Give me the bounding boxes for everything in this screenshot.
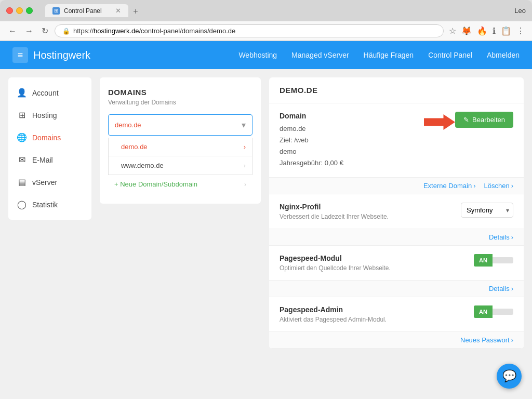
pagespeed-desc: Optimiert den Quellcode Ihrer Webseite. bbox=[280, 264, 474, 272]
domain-actions: ✎ Bearbeiten bbox=[455, 112, 513, 128]
domain-item-www[interactable]: www.demo.de › bbox=[109, 156, 252, 175]
sidebar-item-vserver[interactable]: ▤ vServer bbox=[8, 171, 91, 193]
extension-icon4[interactable]: 📋 bbox=[500, 25, 512, 37]
sidebar-item-statistik[interactable]: ◯ Statistik bbox=[8, 193, 91, 216]
new-domain-label: + Neue Domain/Subdomain bbox=[114, 180, 197, 188]
domains-panel: DOMAINS Verwaltung der Domains demo.de ▾… bbox=[100, 77, 261, 204]
svg-marker-0 bbox=[424, 114, 455, 130]
pagespeed-details-label: Details bbox=[489, 285, 510, 292]
detail-panel-title: DEMO.DE bbox=[280, 86, 513, 95]
pagespeed-admin-toggle-off[interactable] bbox=[493, 309, 513, 315]
address-bar: ← → ↻ 🔒 https://hostingwerk.de/control-p… bbox=[0, 21, 532, 41]
dropdown-icon: ▾ bbox=[242, 120, 246, 130]
nginx-desc: Verbessert die Ladezeit Ihrer Webseite. bbox=[280, 213, 461, 220]
toolbar-icons: ☆ 🦊 🔥 ℹ 📋 ⋮ bbox=[448, 25, 526, 37]
chat-icon: 💬 bbox=[502, 369, 516, 383]
extension-icon1[interactable]: 🦊 bbox=[460, 25, 473, 37]
detail-panel-header: DEMO.DE bbox=[269, 77, 524, 103]
bookmark-icon[interactable]: ☆ bbox=[448, 25, 457, 37]
refresh-button[interactable]: ↻ bbox=[39, 25, 50, 37]
pagespeed-section: Pagespeed-Modul Optimiert den Quellcode … bbox=[269, 246, 524, 281]
minimize-button[interactable] bbox=[16, 7, 23, 14]
subdomain-arrow-active: › bbox=[244, 143, 246, 151]
edit-button[interactable]: ✎ Bearbeiten bbox=[455, 112, 513, 128]
extension-icon3[interactable]: ℹ bbox=[491, 25, 497, 37]
nav-webhosting[interactable]: Webhosting bbox=[238, 51, 277, 59]
domain-name-www: www.demo.de bbox=[121, 162, 164, 169]
pagespeed-admin-info: Pagespeed-Admin Aktiviert das Pagespeed … bbox=[280, 305, 474, 323]
edit-button-label: Bearbeiten bbox=[472, 116, 505, 124]
neues-passwort-link[interactable]: Neues Passwort › bbox=[460, 336, 513, 344]
url-text: https://hostingwerk.de/control-panel/dom… bbox=[73, 27, 235, 35]
domain-info-ziel: Ziel: /web bbox=[280, 135, 424, 146]
nav-control-panel[interactable]: Control Panel bbox=[428, 51, 472, 59]
app-logo: Hostingwerk bbox=[12, 47, 90, 63]
sidebar-item-email[interactable]: ✉ E-Mail bbox=[8, 149, 91, 171]
traffic-lights bbox=[6, 7, 33, 14]
sidebar-label-statistik: Statistik bbox=[32, 201, 58, 209]
arrow-container bbox=[424, 112, 455, 132]
nginx-section: Nginx-Profil Verbessert die Ladezeit Ihr… bbox=[269, 194, 524, 229]
close-button[interactable] bbox=[6, 7, 13, 14]
maximize-button[interactable] bbox=[26, 7, 33, 14]
extension-icon2[interactable]: 🔥 bbox=[476, 25, 488, 37]
domain-info-demo: demo bbox=[280, 146, 424, 157]
nginx-details-link[interactable]: Details › bbox=[489, 233, 513, 241]
tab-bar: Control Panel ✕ + bbox=[45, 4, 480, 17]
active-tab[interactable]: Control Panel ✕ bbox=[45, 4, 128, 17]
pagespeed-admin-setting-row: Pagespeed-Admin Aktiviert das Pagespeed … bbox=[280, 305, 513, 323]
pagespeed-setting-row: Pagespeed-Modul Optimiert den Quellcode … bbox=[280, 254, 513, 272]
pagespeed-footer: Details › bbox=[269, 281, 524, 297]
new-tab-button[interactable]: + bbox=[128, 6, 143, 17]
loeschen-link[interactable]: Löschen › bbox=[484, 182, 514, 190]
nav-haeufige-fragen[interactable]: Häufige Fragen bbox=[364, 51, 414, 59]
externe-domain-link[interactable]: Externe Domain › bbox=[423, 182, 476, 190]
pagespeed-title: Pagespeed-Modul bbox=[280, 254, 474, 262]
pagespeed-admin-control: AN bbox=[474, 305, 513, 318]
url-bar[interactable]: 🔒 https://hostingwerk.de/control-panel/d… bbox=[55, 24, 444, 37]
loeschen-label: Löschen bbox=[484, 182, 510, 190]
tab-close-button[interactable]: ✕ bbox=[115, 7, 121, 15]
nginx-footer: Details › bbox=[269, 229, 524, 246]
pagespeed-toggle-on[interactable]: AN bbox=[474, 254, 493, 267]
externe-domain-label: Externe Domain bbox=[423, 182, 472, 190]
domain-info-jahresgebuehr: Jahresgebühr: 0,00 € bbox=[280, 157, 424, 169]
domain-item-demo[interactable]: demo.de ▾ bbox=[108, 114, 252, 136]
nav-managed-vserver[interactable]: Managed vServer bbox=[291, 51, 349, 59]
pagespeed-admin-toggle: AN bbox=[474, 305, 513, 318]
chat-bubble[interactable]: 💬 bbox=[497, 364, 522, 389]
pointer-arrow-icon bbox=[424, 112, 455, 132]
url-domain: hostingwerk.de bbox=[94, 27, 139, 35]
pagespeed-toggle: AN bbox=[474, 254, 513, 267]
new-domain-item[interactable]: + Neue Domain/Subdomain › bbox=[108, 175, 252, 193]
email-icon: ✉ bbox=[17, 155, 27, 165]
domain-info: Domain demo.de Ziel: /web demo Jahresgeb… bbox=[280, 112, 424, 169]
detail-panel: DEMO.DE Domain demo.de Ziel: /web demo J… bbox=[269, 77, 524, 349]
sidebar-item-account[interactable]: 👤 Account bbox=[8, 82, 91, 104]
domains-icon: 🌐 bbox=[17, 132, 27, 142]
forward-button[interactable]: → bbox=[23, 25, 35, 37]
subdomain-item-demo[interactable]: demo.de › bbox=[109, 138, 252, 156]
pagespeed-info: Pagespeed-Modul Optimiert den Quellcode … bbox=[280, 254, 474, 272]
pagespeed-control: AN bbox=[474, 254, 513, 267]
pagespeed-admin-toggle-on[interactable]: AN bbox=[474, 305, 493, 318]
main-nav: Webhosting Managed vServer Häufige Frage… bbox=[238, 51, 520, 59]
nginx-info: Nginx-Profil Verbessert die Ladezeit Ihr… bbox=[280, 203, 461, 220]
sidebar-item-hosting[interactable]: ⊞ Hosting bbox=[8, 104, 91, 126]
nginx-select-wrapper: Symfony Standard WordPress Magento bbox=[461, 203, 513, 218]
pagespeed-details-link[interactable]: Details › bbox=[489, 285, 513, 292]
account-icon: 👤 bbox=[17, 88, 27, 98]
pagespeed-toggle-off[interactable] bbox=[493, 257, 513, 263]
nginx-select[interactable]: Symfony Standard WordPress Magento bbox=[461, 203, 513, 218]
domain-info-domain: demo.de bbox=[280, 123, 424, 135]
nav-abmelden[interactable]: Abmelden bbox=[487, 51, 520, 59]
sidebar-label-hosting: Hosting bbox=[32, 111, 57, 119]
pagespeed-admin-title: Pagespeed-Admin bbox=[280, 305, 474, 314]
tab-title: Control Panel bbox=[64, 7, 102, 15]
menu-icon[interactable]: ⋮ bbox=[515, 25, 526, 37]
lock-icon: 🔒 bbox=[62, 28, 70, 35]
neues-passwort-label: Neues Passwort bbox=[460, 336, 510, 344]
sidebar-item-domains[interactable]: 🌐 Domains bbox=[8, 126, 91, 149]
logo-icon bbox=[12, 47, 28, 63]
back-button[interactable]: ← bbox=[6, 25, 19, 37]
